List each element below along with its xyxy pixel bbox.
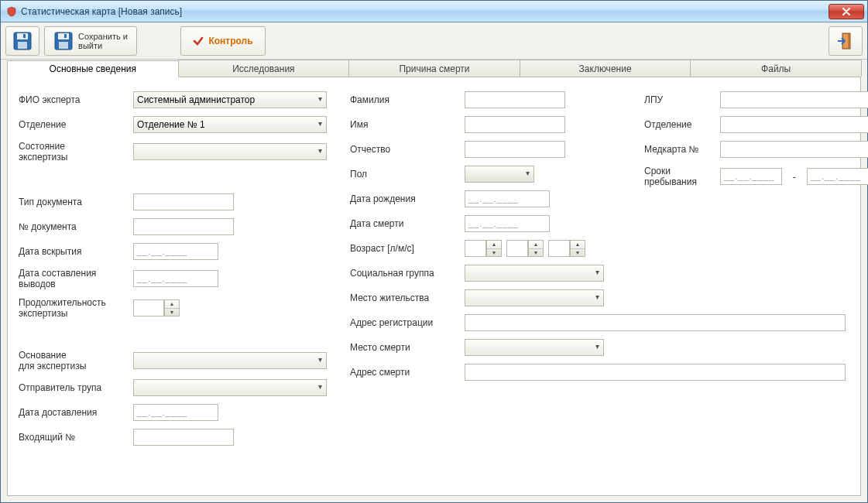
department-label: Отделение [19, 119, 127, 130]
reg-addr-label: Адрес регистрации [350, 317, 458, 328]
sex-label: Пол [350, 169, 458, 180]
residence-combo[interactable] [465, 289, 604, 306]
age-months-input[interactable] [506, 240, 528, 257]
medcard-label: Медкарта № [644, 144, 714, 155]
svg-rect-1 [17, 33, 28, 39]
age-years-input[interactable] [465, 240, 486, 257]
titlebar: Статистическая карта [Новая запись] [1, 1, 867, 22]
social-combo[interactable] [465, 265, 604, 282]
stay-to-input[interactable] [807, 168, 868, 185]
autopsy-date-label: Дата вскрытия [19, 246, 127, 257]
save-exit-label: Сохранить и выйти [78, 32, 128, 50]
tab-pane-main: ФИО эксперта Системный администратор Отд… [7, 77, 861, 496]
floppy-icon [53, 31, 74, 51]
close-button[interactable] [829, 4, 864, 19]
control-button[interactable]: Контроль [180, 26, 266, 56]
sex-combo[interactable] [465, 166, 534, 183]
svg-rect-2 [18, 42, 27, 49]
svg-rect-6 [59, 42, 68, 49]
col-mid: Фамилия Имя Отчество Пол Дата рождения [350, 91, 621, 481]
doc-no-label: № документа [19, 221, 127, 232]
tab-research[interactable]: Исследования [178, 60, 350, 77]
lastname-input[interactable] [465, 91, 565, 108]
incoming-no-label: Входящий № [19, 432, 127, 443]
content-pane: Основные сведения Исследования Причина с… [1, 60, 867, 502]
save-and-exit-button[interactable]: Сохранить и выйти [44, 26, 137, 56]
lpu-input[interactable] [720, 91, 868, 108]
tab-files[interactable]: Файлы [690, 60, 862, 77]
doc-no-input[interactable] [133, 218, 234, 235]
autopsy-date-input[interactable] [133, 243, 218, 260]
lpu-label: ЛПУ [644, 94, 714, 105]
age-days-input[interactable] [548, 240, 570, 257]
death-addr-label: Адрес смерти [350, 367, 458, 378]
firstname-input[interactable] [465, 116, 565, 133]
age-label: Возраст [л/м/с] [350, 243, 458, 254]
patronymic-label: Отчество [350, 144, 458, 155]
svg-rect-5 [58, 33, 69, 39]
department-combo[interactable]: Отделение № 1 [133, 116, 327, 133]
stay-label: Сроки пребывания [644, 166, 714, 187]
sender-combo[interactable] [133, 379, 327, 396]
sender-label: Отправитель трупа [19, 382, 127, 393]
delivery-date-label: Дата доставления [19, 407, 127, 418]
status-label: Состояние экспертизы [19, 141, 127, 163]
right-dept-label: Отделение [644, 119, 714, 130]
death-place-combo[interactable] [465, 339, 604, 356]
stay-from-input[interactable] [720, 168, 782, 185]
firstname-label: Имя [350, 119, 458, 130]
death-date-input[interactable] [465, 215, 550, 232]
patronymic-input[interactable] [465, 141, 565, 158]
basis-combo[interactable] [133, 352, 327, 369]
control-label: Контроль [208, 36, 252, 46]
exit-button[interactable] [829, 26, 863, 56]
doc-type-label: Тип документа [19, 197, 127, 207]
duration-spinner[interactable]: ▲▼ [164, 299, 180, 317]
age-months-spinner[interactable]: ▲▼ [528, 240, 544, 257]
expert-label: ФИО эксперта [19, 94, 127, 105]
duration-label: Продолжительность экспертизы [19, 297, 127, 319]
death-date-label: Дата смерти [350, 218, 458, 229]
floppy-icon [12, 31, 33, 51]
toolbar: Сохранить и выйти Контроль [1, 22, 867, 60]
medcard-input[interactable] [720, 141, 868, 158]
conclusion-date-input[interactable] [133, 270, 218, 287]
tab-main[interactable]: Основные сведения [7, 60, 179, 77]
lastname-label: Фамилия [350, 94, 458, 105]
stay-dash: - [793, 172, 796, 181]
window: Статистическая карта [Новая запись] Сохр… [0, 0, 868, 503]
birth-date-label: Дата рождения [350, 193, 458, 204]
tabs: Основные сведения Исследования Причина с… [7, 60, 861, 77]
col-left: ФИО эксперта Системный администратор Отд… [19, 91, 327, 481]
incoming-no-input[interactable] [133, 429, 234, 446]
svg-rect-7 [64, 34, 67, 38]
birth-date-input[interactable] [465, 190, 550, 207]
svg-rect-3 [23, 34, 26, 38]
check-icon [193, 36, 204, 46]
save-button[interactable] [5, 26, 39, 56]
conclusion-date-label: Дата составления выводов [19, 268, 127, 289]
delivery-date-input[interactable] [133, 404, 218, 421]
basis-label: Основание для экспертизы [19, 350, 127, 371]
tab-cause[interactable]: Причина смерти [348, 60, 520, 77]
tab-conclusion[interactable]: Заключение [520, 60, 691, 77]
death-place-label: Место смерти [350, 342, 458, 353]
door-exit-icon [835, 31, 856, 51]
expert-combo[interactable]: Системный администратор [133, 91, 327, 108]
col-right: ЛПУ Отделение Медкарта № Сроки пребывани… [644, 91, 868, 481]
age-years-spinner[interactable]: ▲▼ [486, 240, 502, 257]
status-combo[interactable] [133, 143, 327, 160]
social-label: Социальная группа [350, 268, 458, 279]
right-dept-input[interactable] [720, 116, 868, 133]
doc-type-input[interactable] [133, 193, 234, 210]
age-days-spinner[interactable]: ▲▼ [570, 240, 585, 257]
residence-label: Место жительства [350, 293, 458, 303]
duration-input[interactable] [133, 299, 164, 317]
app-icon [5, 5, 18, 18]
window-title: Статистическая карта [Новая запись] [21, 6, 829, 17]
